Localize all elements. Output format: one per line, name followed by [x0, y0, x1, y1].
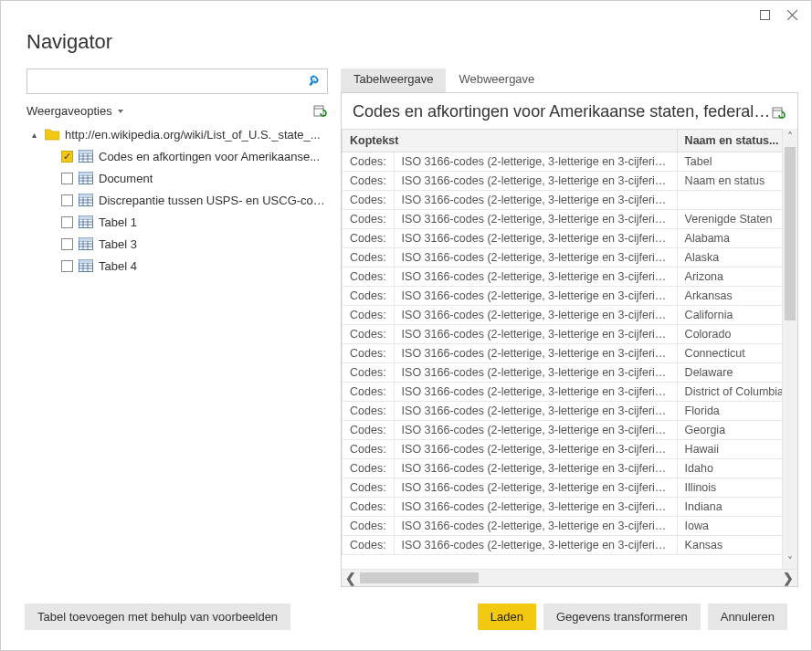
expand-icon[interactable]: ▴ — [32, 130, 41, 140]
tab-table-view[interactable]: Tabelweergave — [341, 68, 446, 92]
preview-refresh-icon[interactable] — [772, 105, 786, 120]
table-row[interactable]: Codes:ISO 3166-codes (2-letterige, 3-let… — [343, 459, 783, 478]
svg-rect-47 — [773, 108, 782, 118]
table-cell: ISO 3166-codes (2-letterige, 3-letterige… — [394, 191, 677, 210]
table-cell — [677, 191, 782, 210]
search-input[interactable] — [33, 74, 308, 89]
table-row[interactable]: Codes:ISO 3166-codes (2-letterige, 3-let… — [343, 287, 783, 306]
table-cell: Codes: — [343, 306, 395, 325]
preview-title: Codes en afkortingen voor Amerikaanse st… — [353, 102, 772, 121]
table-cell: ISO 3166-codes (2-letterige, 3-letterige… — [394, 459, 677, 478]
search-icon[interactable]: 🔍︎ — [308, 74, 322, 89]
checkbox[interactable]: ✓ — [61, 151, 73, 163]
data-table: Koptekst Naam en status... Codes:ISO 316… — [342, 129, 782, 555]
checkbox[interactable] — [61, 173, 73, 184]
scroll-left-icon[interactable]: ❮ — [342, 572, 360, 584]
vertical-scroll-thumb[interactable] — [785, 147, 796, 320]
table-row[interactable]: Codes:ISO 3166-codes (2-letterige, 3-let… — [343, 498, 783, 517]
table-row[interactable]: Codes:ISO 3166-codes (2-letterige, 3-let… — [343, 421, 783, 440]
table-row[interactable]: Codes:ISO 3166-codes (2-letterige, 3-let… — [343, 517, 783, 536]
table-icon — [79, 150, 93, 163]
table-scroll: Koptekst Naam en status... Codes:ISO 316… — [342, 129, 782, 569]
table-icon — [79, 194, 93, 206]
table-row[interactable]: Codes:ISO 3166-codes (2-letterige, 3-let… — [343, 363, 783, 383]
table-row[interactable]: Codes:ISO 3166-codes (2-letterige, 3-let… — [343, 229, 783, 248]
vertical-scrollbar[interactable]: ˄ ˅ — [782, 129, 797, 569]
scroll-up-icon[interactable]: ˄ — [783, 129, 797, 144]
col-header-koptekst[interactable]: Koptekst — [343, 130, 678, 152]
tree-item-label: Tabel 1 — [99, 215, 137, 229]
tree-item[interactable]: Discrepantie tussen USPS- en USCG-codes — [26, 189, 328, 211]
tree-source-row[interactable]: ▴ http://en.wikipedia.org/wiki/List_of_U… — [26, 123, 328, 145]
display-options-label: Weergaveopties — [26, 104, 112, 118]
tab-web-view[interactable]: Webweergave — [446, 68, 547, 92]
load-button[interactable]: Laden — [478, 604, 536, 630]
table-cell: ISO 3166-codes (2-letterige, 3-letterige… — [394, 172, 677, 191]
table-cell: ISO 3166-codes (2-letterige, 3-letterige… — [394, 363, 677, 383]
tree-item[interactable]: Tabel 1 — [26, 211, 328, 233]
tree-item[interactable]: Document — [26, 167, 328, 189]
footer: Tabel toevoegen met behulp van voorbeeld… — [1, 587, 811, 650]
table-cell: Codes: — [343, 210, 395, 229]
folder-icon — [45, 128, 59, 141]
close-button[interactable] — [780, 3, 804, 26]
table-row[interactable]: Codes:ISO 3166-codes (2-letterige, 3-let… — [343, 478, 783, 498]
table-row[interactable]: Codes:ISO 3166-codes (2-letterige, 3-let… — [343, 191, 783, 210]
table-cell: Codes: — [343, 287, 395, 306]
table-row[interactable]: Codes:ISO 3166-codes (2-letterige, 3-let… — [343, 325, 783, 344]
table-row[interactable]: Codes:ISO 3166-codes (2-letterige, 3-let… — [343, 344, 783, 363]
table-cell: Codes: — [343, 478, 395, 498]
maximize-button[interactable] — [753, 3, 776, 26]
table-row[interactable]: Codes:ISO 3166-codes (2-letterige, 3-let… — [343, 268, 783, 287]
tabs: Tabelweergave Webweergave — [341, 68, 798, 92]
svg-rect-18 — [79, 173, 93, 176]
table-cell: ISO 3166-codes (2-letterige, 3-letterige… — [394, 440, 677, 459]
table-cell: ISO 3166-codes (2-letterige, 3-letterige… — [394, 248, 677, 268]
preview-box: Codes en afkortingen voor Amerikaanse st… — [341, 92, 798, 587]
search-box[interactable]: 🔍︎ — [26, 68, 328, 94]
add-table-examples-button[interactable]: Tabel toevoegen met behulp van voorbeeld… — [25, 604, 290, 630]
header: Navigator — [1, 28, 811, 68]
tree-item[interactable]: ✓Codes en afkortingen voor Amerikaanse..… — [26, 145, 328, 167]
table-row[interactable]: Codes:ISO 3166-codes (2-letterige, 3-let… — [343, 248, 783, 268]
table-row[interactable]: Codes:ISO 3166-codes (2-letterige, 3-let… — [343, 440, 783, 459]
table-row[interactable]: Codes:ISO 3166-codes (2-letterige, 3-let… — [343, 536, 783, 555]
display-options-dropdown[interactable]: Weergaveopties — [26, 104, 123, 118]
refresh-icon[interactable] — [313, 103, 328, 118]
col-header-naam[interactable]: Naam en status... — [677, 130, 782, 152]
table-cell: Codes: — [343, 325, 395, 344]
table-cell: ISO 3166-codes (2-letterige, 3-letterige… — [394, 478, 677, 498]
table-cell: ISO 3166-codes (2-letterige, 3-letterige… — [394, 383, 677, 402]
table-cell: Codes: — [343, 421, 395, 440]
table-row[interactable]: Codes:ISO 3166-codes (2-letterige, 3-let… — [343, 152, 783, 172]
horizontal-scroll-track[interactable] — [360, 570, 779, 586]
chevron-down-icon — [116, 104, 123, 118]
svg-rect-25 — [79, 194, 93, 198]
checkbox[interactable] — [61, 238, 73, 250]
table-row[interactable]: Codes:ISO 3166-codes (2-letterige, 3-let… — [343, 402, 783, 421]
table-cell: Codes: — [343, 268, 395, 287]
checkbox[interactable] — [61, 194, 73, 206]
left-pane: 🔍︎ Weergaveopties ▴ — [26, 68, 328, 587]
table-row[interactable]: Codes:ISO 3166-codes (2-letterige, 3-let… — [343, 383, 783, 402]
horizontal-scroll-thumb[interactable] — [360, 572, 479, 583]
checkbox[interactable] — [61, 260, 73, 272]
table-row[interactable]: Codes:ISO 3166-codes (2-letterige, 3-let… — [343, 172, 783, 191]
table-row[interactable]: Codes:ISO 3166-codes (2-letterige, 3-let… — [343, 306, 783, 325]
scroll-down-icon[interactable]: ˅ — [783, 553, 797, 569]
table-cell: Delaware — [677, 363, 782, 383]
table-cell: Codes: — [343, 440, 395, 459]
tree-item[interactable]: Tabel 4 — [26, 255, 328, 277]
scroll-right-icon[interactable]: ❯ — [779, 572, 797, 584]
table-cell: ISO 3166-codes (2-letterige, 3-letterige… — [394, 287, 677, 306]
table-row[interactable]: Codes:ISO 3166-codes (2-letterige, 3-let… — [343, 210, 783, 229]
tree-item[interactable]: Tabel 3 — [26, 233, 328, 255]
horizontal-scrollbar[interactable]: ❮ ❯ — [342, 569, 797, 586]
table-cell: Codes: — [343, 191, 395, 210]
transform-data-button[interactable]: Gegevens transformeren — [543, 604, 701, 630]
cancel-button[interactable]: Annuleren — [708, 604, 787, 630]
table-cell: Indiana — [677, 498, 782, 517]
checkbox[interactable] — [61, 216, 73, 228]
table-cell: ISO 3166-codes (2-letterige, 3-letterige… — [394, 536, 677, 555]
table-cell: California — [677, 306, 782, 325]
